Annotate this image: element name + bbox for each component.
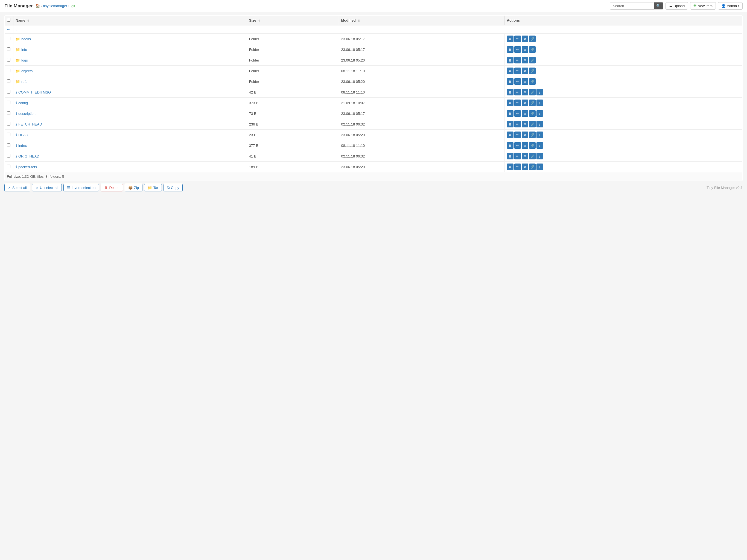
row-name-link[interactable]: 📁 refs: [16, 80, 244, 84]
edit-row-button[interactable]: ✏: [514, 78, 521, 85]
delete-row-button[interactable]: 🗑: [507, 163, 514, 170]
copy-row-button[interactable]: ⧉: [522, 163, 528, 170]
edit-row-button[interactable]: ✏: [514, 89, 521, 96]
row-name-link[interactable]: ℹ FETCH_HEAD: [16, 122, 244, 126]
link-row-button[interactable]: 🔗: [529, 142, 536, 149]
download-row-button[interactable]: ↓: [537, 153, 543, 159]
row-checkbox[interactable]: [7, 36, 10, 40]
edit-row-button[interactable]: ✏: [514, 68, 521, 74]
upload-button[interactable]: ☁ Upload: [666, 2, 688, 9]
copy-row-button[interactable]: ⧉: [522, 78, 528, 85]
admin-button[interactable]: 👤 Admin ▾: [718, 2, 743, 9]
row-checkbox[interactable]: [7, 79, 10, 83]
edit-row-button[interactable]: ✏: [514, 163, 521, 170]
delete-row-button[interactable]: 🗑: [507, 78, 514, 85]
link-row-button[interactable]: 🔗: [529, 121, 536, 127]
row-checkbox[interactable]: [7, 164, 10, 168]
row-checkbox[interactable]: [7, 111, 10, 115]
delete-button[interactable]: 🗑 Delete: [101, 184, 123, 192]
new-item-button[interactable]: ✚ New Item: [690, 2, 716, 9]
copy-row-button[interactable]: ⧉: [522, 35, 528, 42]
edit-row-button[interactable]: ✏: [514, 131, 521, 138]
download-row-button[interactable]: ↓: [537, 163, 543, 170]
copy-row-button[interactable]: ⧉: [522, 121, 528, 127]
breadcrumb-home[interactable]: 🏠: [35, 4, 40, 8]
link-row-button[interactable]: 🔗: [529, 110, 536, 117]
row-checkbox[interactable]: [7, 101, 10, 104]
edit-row-button[interactable]: ✏: [514, 153, 521, 159]
link-row-button[interactable]: 🔗: [529, 68, 536, 74]
select-all-button[interactable]: ✓ Select all: [4, 184, 30, 192]
row-name-link[interactable]: ℹ HEAD: [16, 133, 244, 137]
delete-row-button[interactable]: 🗑: [507, 89, 514, 96]
row-checkbox[interactable]: [7, 122, 10, 126]
link-row-button[interactable]: 🔗: [529, 89, 536, 96]
row-name-link[interactable]: 📁 hooks: [16, 37, 244, 41]
search-input[interactable]: [610, 2, 654, 9]
delete-row-button[interactable]: 🗑: [507, 131, 514, 138]
row-checkbox[interactable]: [7, 58, 10, 61]
edit-row-button[interactable]: ✏: [514, 121, 521, 127]
link-row-button[interactable]: 🔗: [529, 163, 536, 170]
breadcrumb-tinyfilemanager[interactable]: tinyfilemanager: [43, 4, 67, 8]
row-name-link[interactable]: ℹ config: [16, 101, 244, 105]
copy-row-button[interactable]: ⧉: [522, 131, 528, 138]
row-checkbox[interactable]: [7, 133, 10, 136]
delete-row-button[interactable]: 🗑: [507, 68, 514, 74]
row-name-link[interactable]: 📁 objects: [16, 69, 244, 73]
copy-row-button[interactable]: ⧉: [522, 89, 528, 96]
delete-row-button[interactable]: 🗑: [507, 35, 514, 42]
delete-row-button[interactable]: 🗑: [507, 100, 514, 106]
parent-link[interactable]: ..: [16, 27, 18, 31]
link-row-button[interactable]: 🔗: [529, 46, 536, 53]
copy-row-button[interactable]: ⧉: [522, 46, 528, 53]
row-name-link[interactable]: ℹ description: [16, 111, 244, 116]
row-checkbox[interactable]: [7, 154, 10, 157]
row-checkbox[interactable]: [7, 47, 10, 51]
link-row-button[interactable]: 🔗: [529, 35, 536, 42]
delete-row-button[interactable]: 🗑: [507, 110, 514, 117]
copy-row-button[interactable]: ⧉: [522, 68, 528, 74]
unselect-all-button[interactable]: ✕ Unselect all: [32, 184, 62, 192]
copy-row-button[interactable]: ⧉: [522, 100, 528, 106]
invert-selection-button[interactable]: ☰ Invert selection: [63, 184, 99, 192]
row-checkbox[interactable]: [7, 69, 10, 72]
edit-row-button[interactable]: ✏: [514, 57, 521, 63]
copy-row-button[interactable]: ⧉: [522, 142, 528, 149]
copy-button[interactable]: ⧉ Copy: [163, 184, 183, 192]
row-name-link[interactable]: 📁 logs: [16, 58, 244, 62]
tar-button[interactable]: 📁 Tar: [144, 184, 162, 192]
search-button[interactable]: 🔍: [654, 2, 663, 9]
edit-row-button[interactable]: ✏: [514, 110, 521, 117]
download-row-button[interactable]: ↓: [537, 89, 543, 96]
zip-button[interactable]: 📦 Zip: [125, 184, 143, 192]
download-row-button[interactable]: ↓: [537, 121, 543, 127]
row-checkbox[interactable]: [7, 90, 10, 94]
download-row-button[interactable]: ↓: [537, 142, 543, 149]
delete-row-button[interactable]: 🗑: [507, 142, 514, 149]
row-name-link[interactable]: ℹ COMMIT_EDITMSG: [16, 90, 244, 94]
row-name-link[interactable]: ℹ packed-refs: [16, 165, 244, 169]
copy-row-button[interactable]: ⧉: [522, 153, 528, 159]
copy-row-button[interactable]: ⧉: [522, 110, 528, 117]
edit-row-button[interactable]: ✏: [514, 142, 521, 149]
link-row-button[interactable]: 🔗: [529, 57, 536, 63]
edit-row-button[interactable]: ✏: [514, 46, 521, 53]
delete-row-button[interactable]: 🗑: [507, 153, 514, 159]
download-row-button[interactable]: ↓: [537, 100, 543, 106]
row-name-link[interactable]: ℹ ORIG_HEAD: [16, 154, 244, 158]
link-row-button[interactable]: 🔗: [529, 131, 536, 138]
edit-row-button[interactable]: ✏: [514, 100, 521, 106]
delete-row-button[interactable]: 🗑: [507, 57, 514, 63]
breadcrumb-git[interactable]: .git: [70, 4, 75, 8]
link-row-button[interactable]: 🔗: [529, 153, 536, 159]
download-row-button[interactable]: ↓: [537, 131, 543, 138]
link-row-button[interactable]: 🔗: [529, 100, 536, 106]
row-name-link[interactable]: 📁 info: [16, 48, 244, 52]
edit-row-button[interactable]: ✏: [514, 35, 521, 42]
download-row-button[interactable]: ↓: [537, 110, 543, 117]
select-all-checkbox[interactable]: [7, 18, 10, 22]
delete-row-button[interactable]: 🗑: [507, 121, 514, 127]
link-row-button[interactable]: 🔗: [529, 78, 536, 85]
copy-row-button[interactable]: ⧉: [522, 57, 528, 63]
